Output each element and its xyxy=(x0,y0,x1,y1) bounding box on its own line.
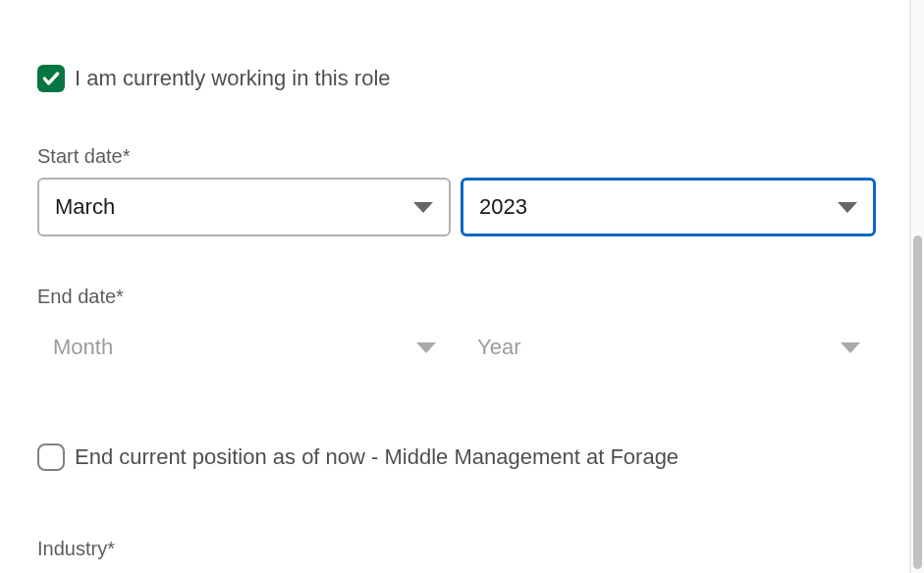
end-date-row: Month Year xyxy=(37,318,876,377)
currently-working-row: I am currently working in this role xyxy=(37,65,876,92)
currently-working-label: I am currently working in this role xyxy=(75,66,391,91)
experience-form-modal: I am currently working in this role Star… xyxy=(10,0,903,573)
scrollbar-track[interactable] xyxy=(911,0,924,573)
start-month-value: March xyxy=(55,194,115,220)
start-date-label: Start date* xyxy=(37,145,876,168)
end-month-placeholder: Month xyxy=(53,335,113,360)
scrollbar-thumb[interactable] xyxy=(913,235,922,569)
chevron-down-icon xyxy=(416,342,436,353)
chevron-down-icon xyxy=(838,202,857,213)
end-year-select: Year xyxy=(462,318,876,377)
start-year-select[interactable]: 2023 xyxy=(461,178,876,236)
chevron-down-icon xyxy=(841,342,860,353)
currently-working-checkbox[interactable] xyxy=(37,65,65,92)
end-year-placeholder: Year xyxy=(477,335,520,360)
end-month-select: Month xyxy=(37,318,452,377)
end-current-position-checkbox[interactable] xyxy=(37,443,65,471)
chevron-down-icon xyxy=(413,202,433,213)
start-month-select[interactable]: March xyxy=(37,178,451,236)
background-page-slice xyxy=(0,0,10,573)
end-date-label: End date* xyxy=(37,286,876,308)
end-current-position-label: End current position as of now - Middle … xyxy=(75,444,679,470)
industry-label: Industry* xyxy=(37,538,876,560)
end-current-position-row: End current position as of now - Middle … xyxy=(37,443,876,471)
start-date-row: March 2023 xyxy=(37,178,876,236)
start-year-value: 2023 xyxy=(479,194,527,220)
check-icon xyxy=(41,69,61,88)
